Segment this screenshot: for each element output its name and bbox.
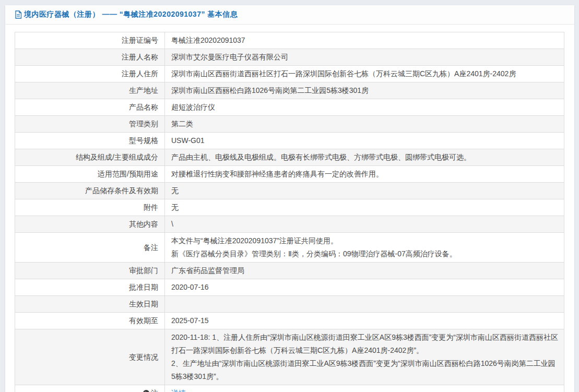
row-label-text: 变更情况 xyxy=(129,353,158,361)
row-value: 产品由主机、电极线及电极组成。电极有长绑带式电极、方绑带式电极、圆绑带式电极可选… xyxy=(165,149,564,166)
table-row: 生效日期 xyxy=(15,296,564,313)
row-label-text: 附件 xyxy=(144,203,158,211)
row-value: 粤械注准20202091037 xyxy=(165,32,564,49)
table-row: 其他内容\ xyxy=(15,216,564,233)
row-label: 变更情况 xyxy=(15,329,165,385)
comment-icon xyxy=(143,390,149,392)
row-label: 注 xyxy=(15,385,165,392)
table-row: 注册证编号粤械注准20202091037 xyxy=(15,32,564,49)
row-label-text: 管理类别 xyxy=(129,120,158,128)
row-value: \ xyxy=(165,216,564,233)
row-value: 2020-07-16 xyxy=(165,279,564,296)
row-label: 注册人住所 xyxy=(15,66,165,82)
registration-info-panel: 境内医疗器械（注册） —— “粤械注准20202091037” 基本信息 注册证… xyxy=(5,5,574,392)
row-label-text: 审批部门 xyxy=(129,266,158,275)
registration-info-table: 注册证编号粤械注准20202091037注册人名称深圳市艾尔曼医疗电子仪器有限公… xyxy=(15,32,564,392)
row-value: 本文件与“粤械注准20202091037”注册证共同使用。 新《医疗器械分类目录… xyxy=(165,233,564,263)
row-value: USW-G01 xyxy=(165,133,564,149)
row-label-text: 产品储存条件及有效期 xyxy=(85,186,158,195)
row-value: 2020-11-18: 1、注册人住所由“深圳市南山区桃源街道田寮工业区A区9栋… xyxy=(165,329,564,385)
table-row: 附件无 xyxy=(15,199,564,216)
row-value: 深圳市南山区西丽松白路1026号南岗第二工业园5栋3楼301房 xyxy=(165,82,564,99)
row-value: 对腰椎退行性病变和腰部神经痛患者的疼痛具有一定的改善作用。 xyxy=(165,166,564,183)
row-label-text: 适用范围/预期用途 xyxy=(98,170,158,178)
row-label: 备注 xyxy=(15,233,165,263)
row-value: 广东省药品监督管理局 xyxy=(165,263,564,279)
table-row: 批准日期2020-07-16 xyxy=(15,279,564,296)
row-label-text: 注册证编号 xyxy=(122,36,158,44)
table-row: 注册人住所深圳市南山区西丽街道西丽社区打石一路深圳国际创新谷七栋（万科云城三期C… xyxy=(15,66,564,82)
row-value: 深圳市南山区西丽街道西丽社区打石一路深圳国际创新谷七栋（万科云城三期C区九栋）A… xyxy=(165,66,564,82)
row-label-text: 其他内容 xyxy=(129,220,158,228)
row-label-text: 有效期至 xyxy=(129,316,158,325)
row-label: 审批部门 xyxy=(15,263,165,279)
table-row: 适用范围/预期用途对腰椎退行性病变和腰部神经痛患者的疼痛具有一定的改善作用。 xyxy=(15,166,564,183)
row-label-text: 备注 xyxy=(144,243,158,252)
row-label: 有效期至 xyxy=(15,313,165,329)
page-title: 境内医疗器械（注册） —— “粤械注准20202091037” 基本信息 xyxy=(24,10,238,19)
info-table-body: 注册证编号粤械注准20202091037注册人名称深圳市艾尔曼医疗电子仪器有限公… xyxy=(15,32,564,392)
table-row: 结构及组成/主要组成成分产品由主机、电极线及电极组成。电极有长绑带式电极、方绑带… xyxy=(15,149,564,166)
row-label-text: 生效日期 xyxy=(129,300,158,308)
row-value: 深圳市艾尔曼医疗电子仪器有限公司 xyxy=(165,49,564,66)
table-row: 生产地址深圳市南山区西丽松白路1026号南岗第二工业园5栋3楼301房 xyxy=(15,82,564,99)
table-wrap: 注册证编号粤械注准20202091037注册人名称深圳市艾尔曼医疗电子仪器有限公… xyxy=(5,25,574,392)
row-label: 型号规格 xyxy=(15,133,165,149)
row-label: 产品储存条件及有效期 xyxy=(15,183,165,199)
row-label: 附件 xyxy=(15,199,165,216)
row-label: 生产地址 xyxy=(15,82,165,99)
row-label: 注册人名称 xyxy=(15,49,165,66)
row-label: 注册证编号 xyxy=(15,32,165,49)
table-row: 备注本文件与“粤械注准20202091037”注册证共同使用。 新《医疗器械分类… xyxy=(15,233,564,263)
table-row: 注详情 xyxy=(15,385,564,392)
row-label: 结构及组成/主要组成成分 xyxy=(15,149,165,166)
row-label: 批准日期 xyxy=(15,279,165,296)
panel-header: 境内医疗器械（注册） —— “粤械注准20202091037” 基本信息 xyxy=(5,5,574,25)
row-label: 生效日期 xyxy=(15,296,165,313)
row-label-text: 生产地址 xyxy=(129,86,158,94)
table-row: 型号规格USW-G01 xyxy=(15,133,564,149)
table-row: 产品储存条件及有效期无 xyxy=(15,183,564,199)
row-label-text: 注 xyxy=(151,389,158,392)
table-row: 注册人名称深圳市艾尔曼医疗电子仪器有限公司 xyxy=(15,49,564,66)
table-row: 管理类别第二类 xyxy=(15,116,564,133)
table-row: 变更情况2020-11-18: 1、注册人住所由“深圳市南山区桃源街道田寮工业区… xyxy=(15,329,564,385)
row-label-text: 产品名称 xyxy=(129,103,158,111)
row-value: 第二类 xyxy=(165,116,564,133)
row-label-text: 型号规格 xyxy=(129,136,158,145)
row-label-text: 注册人住所 xyxy=(122,69,158,78)
row-label-text: 结构及组成/主要组成成分 xyxy=(76,153,158,161)
row-value: 详情 xyxy=(165,385,564,392)
row-value: 超短波治疗仪 xyxy=(165,99,564,116)
row-value: 2025-07-15 xyxy=(165,313,564,329)
table-row: 产品名称超短波治疗仪 xyxy=(15,99,564,116)
row-label: 产品名称 xyxy=(15,99,165,116)
row-value: 无 xyxy=(165,199,564,216)
table-row: 有效期至2025-07-15 xyxy=(15,313,564,329)
row-label-text: 批准日期 xyxy=(129,283,158,291)
row-value xyxy=(165,296,564,313)
row-label-text: 注册人名称 xyxy=(122,53,158,61)
row-label: 其他内容 xyxy=(15,216,165,233)
row-label: 管理类别 xyxy=(15,116,165,133)
doc-icon xyxy=(15,10,22,19)
details-link[interactable]: 详情 xyxy=(171,389,186,392)
table-row: 审批部门广东省药品监督管理局 xyxy=(15,263,564,279)
row-label: 适用范围/预期用途 xyxy=(15,166,165,183)
row-value: 无 xyxy=(165,183,564,199)
